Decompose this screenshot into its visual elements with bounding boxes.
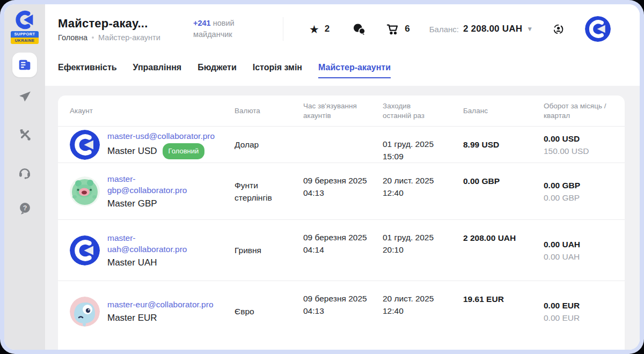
collaborator-avatar	[70, 235, 100, 266]
turnover-cell: 0.00 UAH 0.00 UAH	[544, 220, 625, 281]
account-text: master-eur@collaborator.pro Master EUR	[107, 299, 214, 324]
table-row[interactable]: master- uah@collaborator.pro Master UAH …	[58, 219, 625, 281]
column-header: Акаунт	[58, 95, 235, 126]
last-login-cell: 01 груд. 2025 15:09	[383, 127, 463, 163]
tab-5[interactable]: Майстер-акаунти	[318, 63, 391, 78]
sidebar-item-tools[interactable]	[18, 128, 32, 142]
breadcrumb-current: Майстер-акаунти	[98, 33, 160, 42]
headset-icon	[18, 165, 32, 179]
table-row[interactable]: master- gbp@collaborator.pro Master GBP …	[58, 163, 625, 219]
account-email-link[interactable]: master-eur@collaborator.pro	[107, 299, 214, 310]
account-text: master-usd@collaborator.pro Master USD Г…	[107, 130, 215, 159]
last-login-cell: 01 груд. 2025 20:10	[383, 220, 463, 281]
account-cell: master-usd@collaborator.pro Master USD Г…	[58, 127, 235, 163]
ukraine-label: UKRAINE	[11, 38, 39, 44]
paper-plane-icon	[18, 90, 32, 104]
tab-2[interactable]: Управління	[133, 63, 182, 78]
app-frame: SUPPORT UKRAINE	[0, 0, 644, 354]
feed-icon	[18, 58, 32, 72]
primary-badge: Головний	[163, 143, 205, 159]
switch-account-button[interactable]	[552, 23, 565, 35]
account-cell: master-eur@collaborator.pro Master EUR	[58, 281, 235, 342]
last-login-cell: 20 лист. 2025 12:40	[383, 163, 463, 219]
user-avatar[interactable]	[585, 16, 611, 42]
green-monster-avatar	[70, 176, 100, 206]
collaborator-avatar-icon	[585, 16, 611, 42]
collaborator-avatar	[70, 130, 100, 160]
linked-at-cell: 09 березня 2025 04:13	[303, 281, 383, 342]
account-email-link[interactable]: master-usd@collaborator.pro	[107, 130, 215, 142]
turnover-cell: 0.00 EUR 0.00 EUR	[544, 281, 625, 342]
turnover-month: 0.00 UAH	[544, 238, 580, 250]
title-block: Майстер-акау... Головна Майстер-акаунти	[58, 17, 187, 42]
cart-icon	[386, 23, 399, 36]
cart-button[interactable]: 6	[386, 23, 409, 36]
tab-1[interactable]: Ефективність	[58, 63, 117, 78]
chevron-down-icon: ▼	[526, 25, 533, 33]
main-area: Майстер-акау... Головна Майстер-акаунти …	[45, 4, 640, 350]
balance-cell: 8.99 USD	[463, 127, 544, 163]
app-window: SUPPORT UKRAINE	[4, 4, 640, 350]
balance-cell: 0.00 GBP	[463, 163, 544, 219]
header: Майстер-акау... Головна Майстер-акаунти …	[45, 4, 640, 54]
breadcrumb: Головна Майстер-акаунти	[58, 33, 187, 42]
sidebar-item-feed[interactable]	[12, 53, 37, 77]
table-row[interactable]: master-usd@collaborator.pro Master USD Г…	[58, 126, 625, 163]
table-header-row: АкаунтВалютаЧас зв'язування акаунтівЗахо…	[58, 95, 625, 126]
account-name: Master GBP	[107, 197, 157, 210]
breadcrumb-home[interactable]: Головна	[58, 33, 87, 42]
account-email-link[interactable]: master- uah@collaborator.pro	[107, 232, 187, 255]
new-sites-count: +241	[193, 19, 211, 27]
sidebar-item-support[interactable]	[18, 165, 32, 179]
question-bubble-icon: ?	[18, 202, 32, 215]
turnover-month: 0.00 GBP	[544, 179, 580, 191]
support-label: SUPPORT	[11, 31, 39, 38]
sidebar: SUPPORT UKRAINE	[4, 4, 45, 350]
chat-bubbles-icon	[352, 23, 365, 36]
tab-4[interactable]: Історія змін	[253, 63, 302, 78]
balance-value: 2 208.00 UAH	[463, 24, 522, 34]
cart-count: 6	[405, 24, 409, 34]
collaborator-logo[interactable]: SUPPORT UKRAINE	[11, 10, 39, 44]
header-divider	[283, 17, 283, 41]
account-email-link[interactable]: master- gbp@collaborator.pro	[107, 173, 187, 196]
currency-cell: Гривня	[235, 220, 303, 281]
currency-cell: Євро	[235, 281, 303, 342]
sidebar-item-help[interactable]: ?	[18, 202, 32, 215]
support-ukraine-badge: SUPPORT UKRAINE	[11, 31, 39, 44]
column-header: Баланс	[463, 95, 544, 126]
table-row[interactable]: master-eur@collaborator.pro Master EUR Є…	[58, 281, 625, 342]
account-text: master- gbp@collaborator.pro Master GBP	[107, 173, 187, 210]
turnover-month: 0.00 USD	[544, 132, 580, 145]
turnover-month: 0.00 EUR	[544, 299, 580, 312]
account-text: master- uah@collaborator.pro Master UAH	[107, 232, 187, 269]
breadcrumb-separator	[92, 36, 94, 39]
svg-text:?: ?	[23, 204, 27, 212]
account-name: Master UAH	[107, 256, 157, 269]
collaborator-c-icon	[13, 10, 36, 30]
turnover-quarter: 150.00 USD	[544, 145, 589, 157]
switch-account-icon	[552, 23, 565, 35]
tab-3[interactable]: Бюджети	[197, 63, 237, 78]
account-cell: master- gbp@collaborator.pro Master GBP	[58, 163, 235, 219]
balance-dropdown[interactable]: Баланс: 2 208.00 UAH ▼	[429, 24, 533, 34]
account-cell: master- uah@collaborator.pro Master UAH	[58, 220, 235, 281]
favorites-button[interactable]: ★ 2	[309, 24, 330, 35]
favorites-count: 2	[325, 24, 330, 34]
content-area: АкаунтВалютаЧас зв'язування акаунтівЗахо…	[45, 86, 640, 350]
turnover-cell: 0.00 GBP 0.00 GBP	[544, 163, 625, 219]
linked-at-cell: 09 березня 2025 04:13	[303, 163, 383, 219]
account-name: Master EUR	[107, 312, 157, 324]
account-name: Master USD	[107, 145, 157, 157]
turnover-quarter: 0.00 GBP	[544, 191, 580, 204]
new-sites-counter[interactable]: +241 новий майданчик	[193, 18, 253, 40]
turnover-quarter: 0.00 EUR	[544, 312, 580, 324]
sidebar-item-messages[interactable]	[18, 90, 32, 104]
messages-button[interactable]	[352, 23, 365, 36]
column-header: Заходив останній раз	[383, 95, 463, 126]
tab-bar: ЕфективністьУправлінняБюджетиІсторія змі…	[45, 54, 640, 86]
column-header: Валюта	[235, 95, 303, 126]
turnover-cell: 0.00 USD 150.00 USD	[544, 127, 625, 163]
accounts-table-card: АкаунтВалютаЧас зв'язування акаунтівЗахо…	[58, 95, 625, 350]
blue-monster-avatar	[70, 297, 100, 327]
